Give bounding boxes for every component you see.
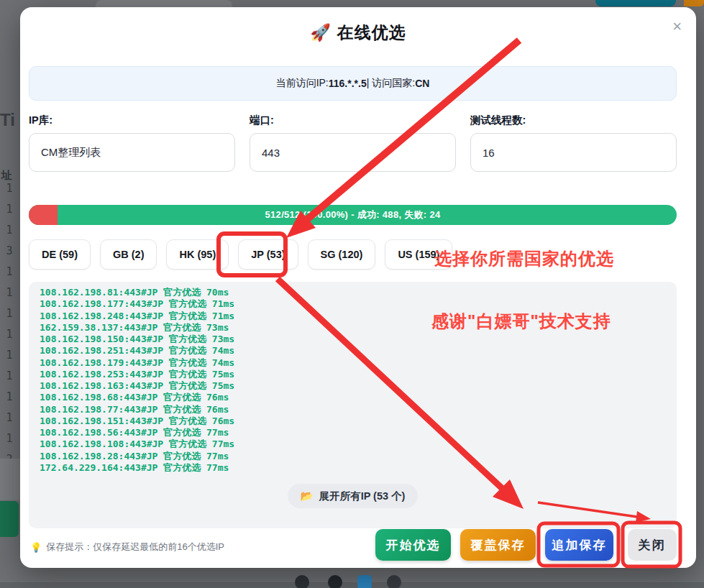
ip-result-line: 162.159.38.137:443#JP 官方优选 73ms xyxy=(40,322,666,334)
ip-library-input[interactable] xyxy=(29,133,235,172)
background-digit: 1 xyxy=(0,199,19,220)
page-title-text: 在线优选 xyxy=(337,23,406,42)
background-green-button-fragment xyxy=(0,501,19,537)
background-title-fragment: Ti xyxy=(0,110,15,130)
ip-result-line: 108.162.198.108:443#JP 官方优选 77ms xyxy=(40,438,666,450)
progress-bar: 512/512 (100.00%) - 成功: 488, 失败: 24 xyxy=(29,205,677,225)
moon-icon xyxy=(295,575,309,588)
overwrite-save-button[interactable]: 覆盖保存 xyxy=(460,529,536,561)
country-button[interactable]: DE (59) xyxy=(29,239,91,270)
background-teal-button xyxy=(595,0,676,6)
country-button[interactable]: HK (95) xyxy=(166,239,229,270)
country-button[interactable]: JP (53) xyxy=(238,239,298,270)
field-port: 端口: xyxy=(250,114,456,172)
ip-result-line: 108.162.198.151:443#JP 官方优选 76ms xyxy=(40,415,666,427)
threads-input[interactable] xyxy=(470,133,677,172)
progress-text: 512/512 (100.00%) - 成功: 488, 失败: 24 xyxy=(29,205,677,225)
background-digit: 1 xyxy=(0,220,19,241)
background-footer-strip xyxy=(0,582,704,588)
footer-buttons: 开始优选 覆盖保存 追加保存 关闭 xyxy=(375,529,677,561)
close-button[interactable]: 关闭 xyxy=(628,529,677,561)
telegram-icon xyxy=(357,575,372,588)
ip-result-line: 108.162.198.177:443#JP 官方优选 71ms xyxy=(40,298,666,310)
background-digit: 1 xyxy=(0,345,19,366)
country-button[interactable]: GB (2) xyxy=(100,239,157,270)
ip-result-line: 108.162.198.163:443#JP 官方优选 75ms xyxy=(40,380,666,392)
country-button[interactable]: US (159) xyxy=(385,239,452,270)
append-save-button[interactable]: 追加保存 xyxy=(545,529,613,561)
ip-result-line: 108.162.198.150:443#JP 官方优选 73ms xyxy=(40,334,666,345)
background-page-tab xyxy=(96,0,232,7)
ip-result-line: 108.162.198.248:443#JP 官方优选 71ms xyxy=(40,311,666,322)
ip-result-line: 108.162.198.56:443#JP 官方优选 77ms xyxy=(40,427,666,438)
field-ip-library: IP库: xyxy=(29,114,235,172)
background-digit: 1 xyxy=(0,366,19,387)
ip-result-line: 108.162.198.28:443#JP 官方优选 77ms xyxy=(40,451,666,462)
scroll-top-icon xyxy=(387,575,401,588)
background-digit: 1 xyxy=(0,303,19,324)
background-digit: 1 xyxy=(0,428,19,449)
country-button[interactable]: SG (120) xyxy=(308,239,376,270)
current-ip-value: 116.*.*.5 xyxy=(329,78,367,89)
background-digit: 1 xyxy=(0,282,19,303)
background-digit: 3 xyxy=(0,241,19,262)
page-title: 🚀在线优选 xyxy=(20,22,696,44)
ip-result-line: 108.162.198.68:443#JP 官方优选 76ms xyxy=(40,392,666,403)
port-label: 端口: xyxy=(250,114,456,127)
background-digit: 1 xyxy=(0,324,19,345)
threads-label: 测试线程数: xyxy=(470,114,677,127)
bulb-icon: 💡 xyxy=(30,542,42,553)
background-digit: 1 xyxy=(0,387,19,408)
github-icon xyxy=(328,575,342,588)
current-ip-info-bar: 当前访问IP: 116.*.*.5 | 访问国家: CN xyxy=(29,66,677,101)
current-country-value: CN xyxy=(415,78,429,89)
info-prefix: 当前访问IP: xyxy=(276,77,329,90)
background-digit: 1 xyxy=(0,262,19,282)
ip-library-label: IP库: xyxy=(29,114,235,127)
background-table-rows xyxy=(0,459,20,500)
field-threads: 测试线程数: xyxy=(470,114,677,172)
folder-icon: 📂 xyxy=(301,490,314,502)
background-digit: 1 xyxy=(0,178,19,199)
ip-result-line: 108.162.198.253:443#JP 官方优选 75ms xyxy=(40,369,666,380)
ip-result-line: 108.162.198.179:443#JP 官方优选 74ms xyxy=(40,357,666,369)
info-separator: | 访问国家: xyxy=(367,77,415,90)
online-optimize-modal: × 🚀在线优选 当前访问IP: 116.*.*.5 | 访问国家: CN IP库… xyxy=(20,7,696,568)
background-digit: 1 xyxy=(0,408,19,428)
ip-result-line: 108.162.198.77:443#JP 官方优选 76ms xyxy=(40,404,666,415)
port-input[interactable] xyxy=(250,133,456,172)
ip-result-line: 108.162.198.251:443#JP 官方优选 74ms xyxy=(40,345,666,357)
expand-all-ip-button[interactable]: 📂 展开所有IP (53 个) xyxy=(288,484,419,508)
background-ip-table-digits: 11131111111112 xyxy=(0,178,19,470)
background-orange-button xyxy=(684,0,704,6)
ip-result-line: 172.64.229.164:443#JP 官方优选 77ms xyxy=(40,462,666,474)
start-optimize-button[interactable]: 开始优选 xyxy=(375,529,451,561)
results-panel: 108.162.198.81:443#JP 官方优选 70ms108.162.1… xyxy=(29,282,677,528)
ip-result-line: 108.162.198.81:443#JP 官方优选 70ms xyxy=(40,287,666,298)
save-hint-text: 保存提示：仅保存延迟最低的前16个优选IP xyxy=(46,541,224,553)
ip-result-list: 108.162.198.81:443#JP 官方优选 70ms108.162.1… xyxy=(40,287,666,474)
save-hint: 💡 保存提示：仅保存延迟最低的前16个优选IP xyxy=(30,541,224,553)
country-filter-row: DE (59)GB (2)HK (95)JP (53)SG (120)US (1… xyxy=(29,239,452,270)
rocket-icon: 🚀 xyxy=(310,23,332,42)
expand-all-ip-label: 展开所有IP (53 个) xyxy=(319,490,406,503)
